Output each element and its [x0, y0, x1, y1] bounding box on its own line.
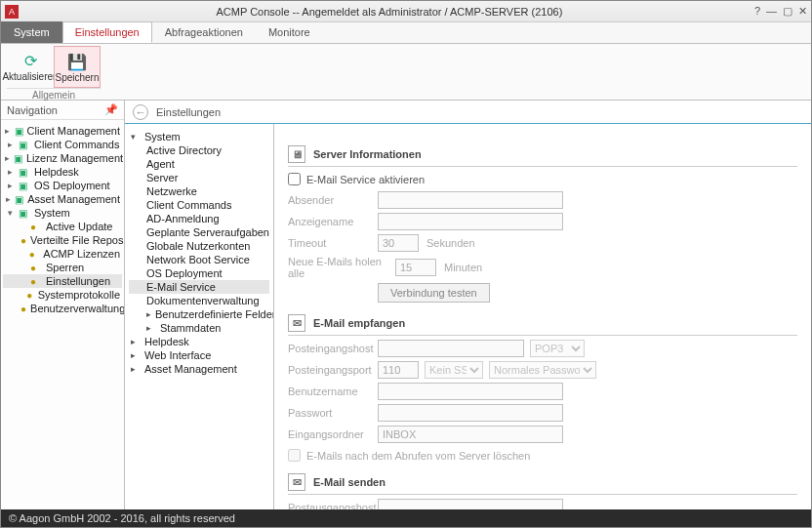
- nav-item[interactable]: ▸▣Client Commands: [3, 138, 122, 151]
- ribbon-group-general: ⟳ Aktualisieren 💾 Speichern Allgemein: [1, 44, 106, 100]
- activate-email-checkbox[interactable]: E-Mail Service aktivieren: [288, 173, 797, 185]
- settings-subnode[interactable]: ▸Stammdaten: [129, 321, 269, 335]
- settings-node[interactable]: ▸Asset Management: [129, 362, 269, 376]
- recv-proto-select[interactable]: POP3: [530, 340, 585, 357]
- recv-host-label: Posteingangshost: [288, 343, 378, 354]
- nav-item[interactable]: ▸▣Client Management: [3, 124, 122, 138]
- section-email-send-title: E-Mail senden: [313, 476, 386, 488]
- caret-icon: ▸: [131, 364, 141, 374]
- recv-pass-input[interactable]: [378, 404, 563, 422]
- save-button[interactable]: 💾 Speichern: [54, 46, 101, 88]
- timeout-label: Timeout: [288, 237, 378, 249]
- settings-leaf-label: Network Boot Service: [146, 254, 250, 265]
- settings-leaf[interactable]: AD-Anmeldung: [129, 212, 269, 225]
- ribbon: ⟳ Aktualisieren 💾 Speichern Allgemein: [1, 44, 811, 101]
- nav-subitem[interactable]: ●Benutzerverwaltung: [3, 302, 122, 315]
- settings-leaf[interactable]: Network Boot Service: [129, 253, 269, 266]
- settings-leaf-label: Globale Nutzerkonten: [146, 240, 250, 252]
- nav-item[interactable]: ▸▣Asset Management: [3, 192, 122, 206]
- section-email-send: ✉ E-Mail senden: [288, 467, 797, 495]
- settings-leaf-label: Active Directory: [146, 144, 222, 156]
- nav-item[interactable]: ▸▣Helpdesk: [3, 165, 122, 179]
- test-connection-button[interactable]: Verbindung testen: [378, 283, 490, 303]
- delete-after-fetch-input[interactable]: [288, 449, 301, 462]
- nav-item-label: Client Commands: [34, 139, 119, 150]
- tab-settings[interactable]: Einstellungen: [62, 21, 152, 43]
- nav-subitem[interactable]: ●Active Update: [3, 220, 122, 233]
- tab-system[interactable]: System: [1, 21, 62, 43]
- recv-folder-input[interactable]: [378, 426, 563, 443]
- nav-subitem[interactable]: ●ACMP Lizenzen: [3, 247, 122, 261]
- maximize-button[interactable]: ▢: [783, 5, 792, 18]
- refresh-label: Aktualisieren: [2, 71, 58, 82]
- recv-port-input[interactable]: [378, 361, 419, 379]
- caret-icon: ▸: [131, 337, 141, 346]
- nav-item-label: Lizenz Management: [26, 152, 123, 164]
- settings-leaf[interactable]: Dokumentenverwaltung: [129, 294, 269, 307]
- send-host-input[interactable]: [378, 499, 563, 509]
- nav-item[interactable]: ▸▣Lizenz Management: [3, 151, 122, 165]
- settings-leaf[interactable]: Globale Nutzerkonten: [129, 239, 269, 253]
- settings-node[interactable]: ▾System: [129, 130, 269, 143]
- server-icon: 🖥: [288, 145, 305, 163]
- minimize-button[interactable]: —: [766, 5, 777, 18]
- caret-icon: ▸: [5, 153, 10, 163]
- nav-subitem[interactable]: ●Sperren: [3, 261, 122, 274]
- poll-input[interactable]: [395, 259, 436, 276]
- tab-queries[interactable]: Abfrageaktionen: [152, 21, 256, 43]
- settings-subnode-label: Stammdaten: [160, 322, 221, 334]
- settings-leaf-label: Server: [146, 172, 178, 183]
- settings-leaf[interactable]: Netzwerke: [129, 184, 269, 198]
- delete-after-fetch-checkbox[interactable]: E-Mails nach dem Abrufen vom Server lösc…: [288, 449, 797, 462]
- recv-ssl-select[interactable]: Kein SSL: [425, 361, 483, 379]
- close-button[interactable]: ✕: [798, 5, 807, 18]
- settings-node[interactable]: ▸Helpdesk: [129, 335, 269, 348]
- nav-subitem[interactable]: ●Systemprotokolle: [3, 288, 122, 302]
- help-button[interactable]: ?: [754, 5, 760, 18]
- caret-icon: ▸: [146, 323, 156, 333]
- settings-node[interactable]: ▸Web Interface: [129, 348, 269, 362]
- nav-subitem-label: Active Update: [46, 221, 112, 232]
- displayname-input[interactable]: [378, 213, 563, 230]
- recv-passmode-select[interactable]: Normales Passwort: [489, 361, 596, 379]
- settings-leaf[interactable]: Agent: [129, 157, 269, 171]
- pin-icon[interactable]: 📌: [104, 103, 118, 116]
- settings-tree-panel: ▾SystemActive DirectoryAgentServerNetzwe…: [125, 124, 274, 509]
- settings-leaf[interactable]: Active Directory: [129, 143, 269, 157]
- caret-icon: ▸: [5, 126, 11, 136]
- nav-subitem[interactable]: ●Einstellungen: [3, 274, 122, 288]
- settings-leaf[interactable]: Geplante Serveraufgaben: [129, 225, 269, 239]
- nav-item-label: Asset Management: [27, 193, 120, 205]
- timeout-input[interactable]: [378, 234, 419, 252]
- settings-leaf-label: Agent: [146, 158, 175, 170]
- settings-leaf[interactable]: Server: [129, 171, 269, 184]
- nav-item-label: OS Deployment: [34, 180, 110, 191]
- nav-subitem-label: Einstellungen: [46, 275, 110, 287]
- page-title: Einstellungen: [156, 106, 221, 118]
- navigation-tree[interactable]: ▸▣Client Management▸▣Client Commands▸▣Li…: [1, 120, 124, 319]
- window-title: ACMP Console -- Angemeldet als Administr…: [24, 6, 754, 18]
- status-bar: © Aagon GmbH 2002 - 2016, all rights res…: [1, 509, 811, 527]
- settings-tree[interactable]: ▾SystemActive DirectoryAgentServerNetzwe…: [125, 124, 273, 382]
- item-icon: ●: [30, 222, 42, 232]
- settings-leaf[interactable]: E-Mail Service: [129, 280, 269, 294]
- refresh-button[interactable]: ⟳ Aktualisieren: [7, 46, 54, 88]
- nav-item[interactable]: ▾▣System: [3, 206, 122, 220]
- navigation-title: Navigation: [7, 104, 58, 116]
- settings-node-label: Asset Management: [144, 363, 237, 375]
- section-email-receive-title: E-Mail empfangen: [313, 317, 405, 329]
- sender-input[interactable]: [378, 191, 563, 209]
- item-icon: ●: [30, 276, 42, 287]
- nav-item[interactable]: ▸▣OS Deployment: [3, 179, 122, 192]
- back-button[interactable]: ←: [133, 104, 148, 120]
- nav-subitem[interactable]: ●Verteilte File Repositories: [3, 233, 122, 247]
- recv-user-input[interactable]: [378, 383, 563, 400]
- settings-leaf[interactable]: OS Deployment: [129, 266, 269, 280]
- recv-host-input[interactable]: [378, 340, 524, 357]
- tab-monitors[interactable]: Monitore: [256, 21, 323, 43]
- caret-icon: ▾: [131, 132, 141, 142]
- settings-subnode[interactable]: ▸Benutzerdefinierte Felder: [129, 307, 269, 321]
- activate-email-input[interactable]: [288, 173, 301, 185]
- settings-leaf[interactable]: Client Commands: [129, 198, 269, 212]
- item-icon: ●: [20, 235, 26, 246]
